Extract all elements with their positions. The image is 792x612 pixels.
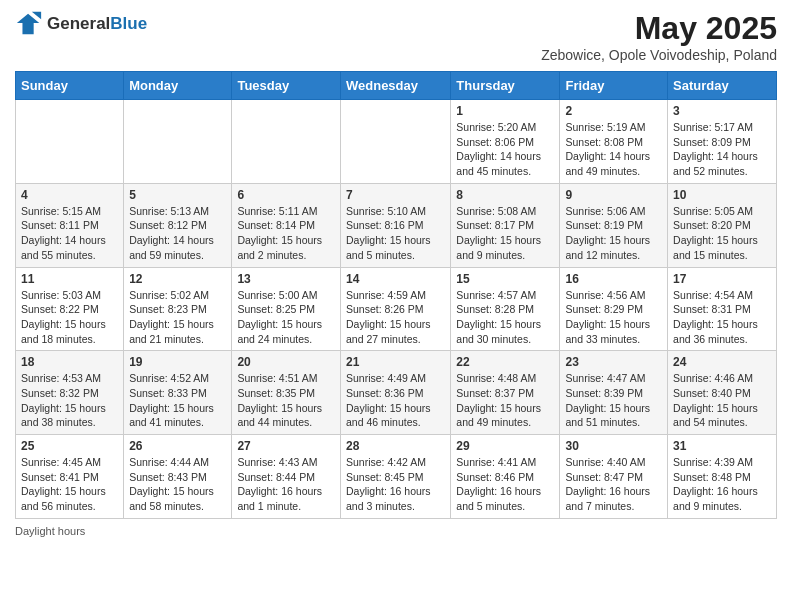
table-cell: 12Sunrise: 5:02 AM Sunset: 8:23 PM Dayli…: [124, 267, 232, 351]
calendar-week-5: 25Sunrise: 4:45 AM Sunset: 8:41 PM Dayli…: [16, 435, 777, 519]
logo-blue: Blue: [110, 14, 147, 33]
day-info: Sunrise: 5:08 AM Sunset: 8:17 PM Dayligh…: [456, 204, 554, 263]
day-number: 4: [21, 188, 118, 202]
day-info: Sunrise: 5:00 AM Sunset: 8:25 PM Dayligh…: [237, 288, 335, 347]
weekday-header-wednesday: Wednesday: [340, 72, 450, 100]
table-cell: 13Sunrise: 5:00 AM Sunset: 8:25 PM Dayli…: [232, 267, 341, 351]
table-cell: 19Sunrise: 4:52 AM Sunset: 8:33 PM Dayli…: [124, 351, 232, 435]
day-number: 22: [456, 355, 554, 369]
table-cell: 14Sunrise: 4:59 AM Sunset: 8:26 PM Dayli…: [340, 267, 450, 351]
day-info: Sunrise: 4:53 AM Sunset: 8:32 PM Dayligh…: [21, 371, 118, 430]
day-info: Sunrise: 5:05 AM Sunset: 8:20 PM Dayligh…: [673, 204, 771, 263]
day-info: Sunrise: 5:17 AM Sunset: 8:09 PM Dayligh…: [673, 120, 771, 179]
page-header: GeneralBlue May 2025 Zebowice, Opole Voi…: [15, 10, 777, 63]
calendar-week-3: 11Sunrise: 5:03 AM Sunset: 8:22 PM Dayli…: [16, 267, 777, 351]
day-number: 23: [565, 355, 662, 369]
table-cell: 26Sunrise: 4:44 AM Sunset: 8:43 PM Dayli…: [124, 435, 232, 519]
weekday-header-thursday: Thursday: [451, 72, 560, 100]
table-cell: 30Sunrise: 4:40 AM Sunset: 8:47 PM Dayli…: [560, 435, 668, 519]
day-info: Sunrise: 4:46 AM Sunset: 8:40 PM Dayligh…: [673, 371, 771, 430]
daylight-hours-label: Daylight hours: [15, 525, 85, 537]
weekday-header-sunday: Sunday: [16, 72, 124, 100]
day-number: 14: [346, 272, 445, 286]
day-info: Sunrise: 5:02 AM Sunset: 8:23 PM Dayligh…: [129, 288, 226, 347]
table-cell: 22Sunrise: 4:48 AM Sunset: 8:37 PM Dayli…: [451, 351, 560, 435]
table-cell: 8Sunrise: 5:08 AM Sunset: 8:17 PM Daylig…: [451, 183, 560, 267]
table-cell: 23Sunrise: 4:47 AM Sunset: 8:39 PM Dayli…: [560, 351, 668, 435]
table-cell: 2Sunrise: 5:19 AM Sunset: 8:08 PM Daylig…: [560, 100, 668, 184]
day-number: 5: [129, 188, 226, 202]
day-info: Sunrise: 4:43 AM Sunset: 8:44 PM Dayligh…: [237, 455, 335, 514]
day-info: Sunrise: 4:56 AM Sunset: 8:29 PM Dayligh…: [565, 288, 662, 347]
table-cell: 25Sunrise: 4:45 AM Sunset: 8:41 PM Dayli…: [16, 435, 124, 519]
day-info: Sunrise: 4:52 AM Sunset: 8:33 PM Dayligh…: [129, 371, 226, 430]
table-cell: 10Sunrise: 5:05 AM Sunset: 8:20 PM Dayli…: [668, 183, 777, 267]
day-info: Sunrise: 4:54 AM Sunset: 8:31 PM Dayligh…: [673, 288, 771, 347]
table-cell: 20Sunrise: 4:51 AM Sunset: 8:35 PM Dayli…: [232, 351, 341, 435]
day-number: 26: [129, 439, 226, 453]
day-number: 3: [673, 104, 771, 118]
weekday-header-row: SundayMondayTuesdayWednesdayThursdayFrid…: [16, 72, 777, 100]
day-info: Sunrise: 4:39 AM Sunset: 8:48 PM Dayligh…: [673, 455, 771, 514]
day-number: 29: [456, 439, 554, 453]
weekday-header-tuesday: Tuesday: [232, 72, 341, 100]
title-block: May 2025 Zebowice, Opole Voivodeship, Po…: [541, 10, 777, 63]
svg-marker-0: [17, 14, 39, 35]
day-info: Sunrise: 5:19 AM Sunset: 8:08 PM Dayligh…: [565, 120, 662, 179]
day-number: 15: [456, 272, 554, 286]
day-info: Sunrise: 4:41 AM Sunset: 8:46 PM Dayligh…: [456, 455, 554, 514]
table-cell: 11Sunrise: 5:03 AM Sunset: 8:22 PM Dayli…: [16, 267, 124, 351]
table-cell: 28Sunrise: 4:42 AM Sunset: 8:45 PM Dayli…: [340, 435, 450, 519]
weekday-header-monday: Monday: [124, 72, 232, 100]
day-number: 1: [456, 104, 554, 118]
table-cell: 4Sunrise: 5:15 AM Sunset: 8:11 PM Daylig…: [16, 183, 124, 267]
day-info: Sunrise: 4:45 AM Sunset: 8:41 PM Dayligh…: [21, 455, 118, 514]
table-cell: 18Sunrise: 4:53 AM Sunset: 8:32 PM Dayli…: [16, 351, 124, 435]
day-info: Sunrise: 4:40 AM Sunset: 8:47 PM Dayligh…: [565, 455, 662, 514]
table-cell: 3Sunrise: 5:17 AM Sunset: 8:09 PM Daylig…: [668, 100, 777, 184]
day-info: Sunrise: 5:03 AM Sunset: 8:22 PM Dayligh…: [21, 288, 118, 347]
day-number: 16: [565, 272, 662, 286]
day-info: Sunrise: 4:51 AM Sunset: 8:35 PM Dayligh…: [237, 371, 335, 430]
footer-note: Daylight hours: [15, 525, 777, 537]
day-number: 10: [673, 188, 771, 202]
day-info: Sunrise: 4:48 AM Sunset: 8:37 PM Dayligh…: [456, 371, 554, 430]
table-cell: 24Sunrise: 4:46 AM Sunset: 8:40 PM Dayli…: [668, 351, 777, 435]
day-number: 31: [673, 439, 771, 453]
day-info: Sunrise: 5:11 AM Sunset: 8:14 PM Dayligh…: [237, 204, 335, 263]
logo-general: General: [47, 14, 110, 33]
day-number: 18: [21, 355, 118, 369]
day-info: Sunrise: 4:49 AM Sunset: 8:36 PM Dayligh…: [346, 371, 445, 430]
calendar-week-4: 18Sunrise: 4:53 AM Sunset: 8:32 PM Dayli…: [16, 351, 777, 435]
table-cell: 5Sunrise: 5:13 AM Sunset: 8:12 PM Daylig…: [124, 183, 232, 267]
day-info: Sunrise: 5:13 AM Sunset: 8:12 PM Dayligh…: [129, 204, 226, 263]
day-number: 20: [237, 355, 335, 369]
day-number: 30: [565, 439, 662, 453]
day-number: 27: [237, 439, 335, 453]
day-info: Sunrise: 5:15 AM Sunset: 8:11 PM Dayligh…: [21, 204, 118, 263]
calendar-table: SundayMondayTuesdayWednesdayThursdayFrid…: [15, 71, 777, 519]
table-cell: 9Sunrise: 5:06 AM Sunset: 8:19 PM Daylig…: [560, 183, 668, 267]
table-cell: [16, 100, 124, 184]
day-number: 6: [237, 188, 335, 202]
day-info: Sunrise: 5:10 AM Sunset: 8:16 PM Dayligh…: [346, 204, 445, 263]
location-title: Zebowice, Opole Voivodeship, Poland: [541, 47, 777, 63]
table-cell: [340, 100, 450, 184]
weekday-header-friday: Friday: [560, 72, 668, 100]
table-cell: 21Sunrise: 4:49 AM Sunset: 8:36 PM Dayli…: [340, 351, 450, 435]
table-cell: [232, 100, 341, 184]
table-cell: 29Sunrise: 4:41 AM Sunset: 8:46 PM Dayli…: [451, 435, 560, 519]
day-info: Sunrise: 4:57 AM Sunset: 8:28 PM Dayligh…: [456, 288, 554, 347]
table-cell: 1Sunrise: 5:20 AM Sunset: 8:06 PM Daylig…: [451, 100, 560, 184]
day-info: Sunrise: 5:06 AM Sunset: 8:19 PM Dayligh…: [565, 204, 662, 263]
day-info: Sunrise: 4:44 AM Sunset: 8:43 PM Dayligh…: [129, 455, 226, 514]
table-cell: 17Sunrise: 4:54 AM Sunset: 8:31 PM Dayli…: [668, 267, 777, 351]
logo-icon: [15, 10, 43, 38]
day-number: 7: [346, 188, 445, 202]
table-cell: 31Sunrise: 4:39 AM Sunset: 8:48 PM Dayli…: [668, 435, 777, 519]
calendar-week-2: 4Sunrise: 5:15 AM Sunset: 8:11 PM Daylig…: [16, 183, 777, 267]
day-number: 19: [129, 355, 226, 369]
day-number: 9: [565, 188, 662, 202]
day-number: 25: [21, 439, 118, 453]
table-cell: [124, 100, 232, 184]
